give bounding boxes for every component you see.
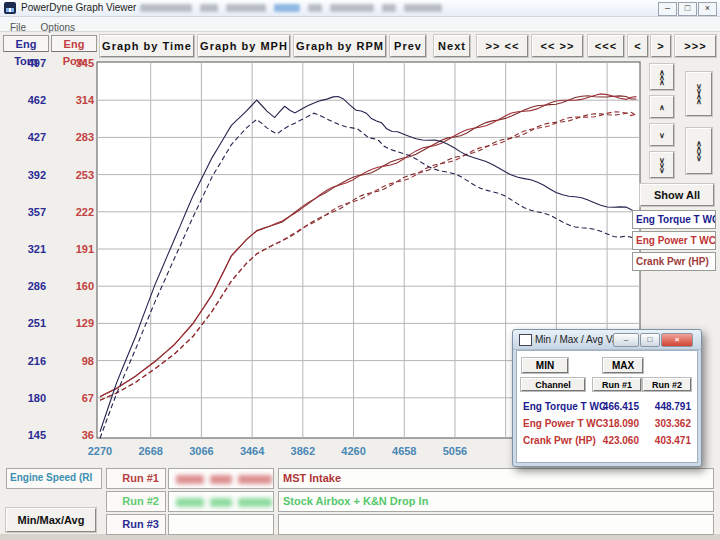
- min-button[interactable]: MIN: [522, 358, 568, 373]
- toolbar-button-graph-by-rpm[interactable]: Graph by RPM: [294, 35, 386, 57]
- run1-max-value: 466.415: [593, 401, 639, 412]
- power-axis-tick: 253: [76, 169, 94, 181]
- power-axis-tick: 98: [82, 355, 94, 367]
- run2-max-value: 403.471: [645, 435, 691, 446]
- torque-axis-tick: 180: [28, 392, 46, 404]
- redacted-text: [136, 2, 446, 13]
- run2-max-value: 303.362: [645, 418, 691, 429]
- power-axis-tick: 160: [76, 280, 94, 292]
- run2-max-value: 448.791: [645, 401, 691, 412]
- dialog-title-bar[interactable]: Min / Max / Avg Val... – □ ×: [513, 330, 701, 350]
- tab-eng-pow[interactable]: Eng Pow: [51, 35, 97, 52]
- torque-axis-tick: 357: [28, 206, 46, 218]
- run-comment-field-1[interactable]: MST Intake: [278, 468, 714, 489]
- dialog-maximize-button[interactable]: □: [640, 333, 660, 347]
- rpm-axis-tick: 2270: [88, 445, 112, 457]
- minimize-button[interactable]: –: [658, 2, 677, 16]
- rpm-axis-tick: 4260: [341, 445, 365, 457]
- torque-axis-tick: 392: [28, 169, 46, 181]
- rpm-axis-tick: 3066: [189, 445, 213, 457]
- redacted-text: [238, 498, 272, 507]
- dialog-close-button[interactable]: ×: [661, 333, 693, 347]
- torque-axis-tick: 462: [28, 94, 46, 106]
- toolbar-button-[interactable]: >>>: [675, 35, 716, 57]
- close-button[interactable]: ×: [698, 2, 717, 16]
- dialog-body: MIN MAX Channel Run #1 Run #2 Eng Torque…: [516, 350, 698, 463]
- run-comment-field-3[interactable]: [278, 514, 714, 535]
- torque-axis-tick: 145: [28, 429, 46, 441]
- column-header-run1[interactable]: Run #1: [593, 378, 641, 391]
- run1-max-value: 423.060: [593, 435, 639, 446]
- torque-axis-tick: 286: [28, 280, 46, 292]
- legend-item-crank-pwr-hp-[interactable]: Crank Pwr (HP): [632, 252, 716, 271]
- channel-name: Crank Pwr (HP): [523, 435, 596, 446]
- tab-eng-torq[interactable]: Eng Torq: [3, 35, 49, 52]
- maximize-button[interactable]: □: [678, 2, 697, 16]
- channel-name: Eng Power T WC: [523, 418, 603, 429]
- max-button[interactable]: MAX: [603, 358, 643, 373]
- minmaxavg-button[interactable]: Min/Max/Avg: [6, 508, 96, 532]
- power-axis-tick: 222: [76, 206, 94, 218]
- run-name-field-1[interactable]: [168, 468, 274, 489]
- toolbar-button-next[interactable]: Next: [434, 35, 470, 57]
- torque-axis-tick: 427: [28, 131, 46, 143]
- power-axis-tick: 283: [76, 131, 94, 143]
- dialog-minimize-button[interactable]: –: [613, 333, 639, 347]
- run-name-field-3[interactable]: [168, 514, 274, 535]
- toolbar-button-graph-by-mph[interactable]: Graph by MPH: [198, 35, 290, 57]
- menu-bar: File Options: [0, 17, 720, 32]
- toolbar-button-graph-by-time[interactable]: Graph by Time: [100, 35, 194, 57]
- run-label-2: Run #2: [106, 491, 166, 512]
- power-axis-tick: 129: [76, 317, 94, 329]
- legend-item-eng-torque-t-wc[interactable]: Eng Torque T WC: [632, 210, 716, 229]
- power-axis-tick: 314: [76, 94, 95, 106]
- scroll-down-fast-button[interactable]: ∨∨∨: [650, 152, 674, 178]
- toolbar-button-[interactable]: <: [628, 35, 648, 57]
- toolbar-button-[interactable]: >> <<: [477, 35, 528, 57]
- run-name-field-2[interactable]: [168, 491, 274, 512]
- toolbar-button-[interactable]: >: [651, 35, 671, 57]
- redacted-text: [238, 475, 272, 484]
- collapse-y-button[interactable]: ∨∨∧∧: [686, 72, 712, 116]
- run-label-1: Run #1: [106, 468, 166, 489]
- window-title: PowerDyne Graph Viewer: [21, 2, 446, 13]
- torque-axis-tick: 251: [28, 317, 46, 329]
- redacted-text: [210, 475, 232, 484]
- power-axis-tick: 67: [82, 392, 94, 404]
- window-title-text: PowerDyne Graph Viewer: [21, 2, 136, 13]
- scroll-up-fast-button[interactable]: ∧∧∧: [650, 64, 674, 90]
- x-channel-label: Engine Speed (RI: [6, 468, 102, 489]
- toolbar-button-[interactable]: << >>: [532, 35, 583, 57]
- scroll-up-button[interactable]: ∧: [650, 96, 674, 118]
- redacted-text: [176, 498, 204, 507]
- run-comment-field-2[interactable]: Stock Airbox + K&N Drop In: [278, 491, 714, 512]
- app-icon: [4, 2, 16, 14]
- toolbar-button-prev[interactable]: Prev: [390, 35, 426, 57]
- rpm-axis-tick: 3862: [291, 445, 315, 457]
- menu-file[interactable]: File: [10, 21, 26, 35]
- rpm-axis-tick: 3464: [240, 445, 265, 457]
- torque-axis-tick: 321: [28, 243, 46, 255]
- menu-options[interactable]: Options: [41, 21, 75, 35]
- expand-y-button[interactable]: ∧∧∨∨: [686, 128, 712, 174]
- column-header-channel[interactable]: Channel: [521, 378, 585, 391]
- power-axis-tick: 191: [76, 243, 94, 255]
- power-axis-tick: 36: [82, 429, 94, 441]
- toolbar-button-[interactable]: <<<: [588, 35, 624, 57]
- rpm-axis-tick: 4658: [392, 445, 416, 457]
- torque-axis-tick: 216: [28, 355, 46, 367]
- redacted-text: [176, 475, 204, 484]
- run1-max-value: 318.090: [593, 418, 639, 429]
- scroll-down-button[interactable]: ∨: [650, 124, 674, 146]
- redacted-text: [210, 498, 232, 507]
- minmax-dialog: Min / Max / Avg Val... – □ × MIN MAX Cha…: [512, 329, 702, 467]
- dialog-icon: [519, 334, 532, 346]
- run-label-3: Run #3: [106, 514, 166, 535]
- show-all-button[interactable]: Show All: [640, 184, 714, 206]
- rpm-axis-tick: 5056: [443, 445, 467, 457]
- rpm-axis-tick: 2668: [138, 445, 162, 457]
- column-header-run2[interactable]: Run #2: [643, 378, 691, 391]
- legend-item-eng-power-t-wc[interactable]: Eng Power T WC: [632, 231, 716, 250]
